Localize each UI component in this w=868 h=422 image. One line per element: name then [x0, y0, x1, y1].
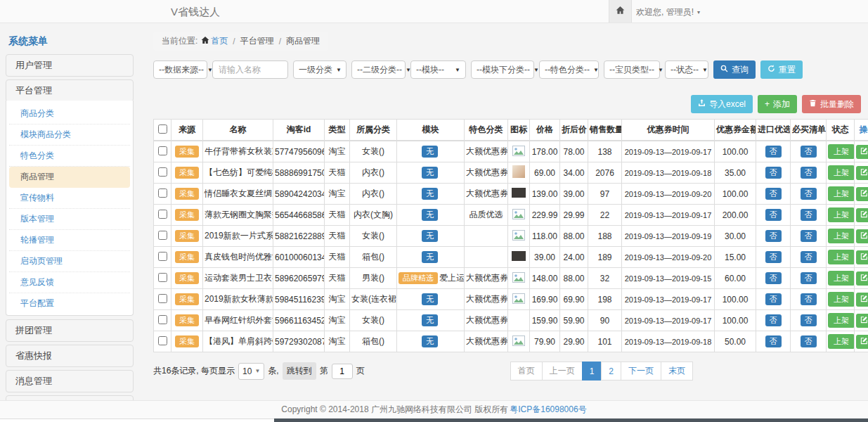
import-toggle-badge[interactable]: 否	[765, 209, 782, 222]
must-buy-toggle-badge[interactable]: 否	[801, 188, 817, 200]
row-checkbox[interactable]	[158, 146, 167, 155]
sidebar-section-express[interactable]: 省惠快报	[6, 345, 134, 367]
sidebar-item-goods-category[interactable]: 商品分类	[9, 103, 130, 124]
sidebar-item-goods-management[interactable]: 商品管理	[9, 167, 130, 188]
sidebar-item-splash-management[interactable]: 启动页管理	[9, 251, 130, 272]
status-button[interactable]: 上架	[828, 229, 855, 243]
page-2-button[interactable]: 2	[601, 362, 621, 381]
icp-link[interactable]: 粤ICP备16098006号	[510, 404, 586, 416]
status-button[interactable]: 上架	[828, 271, 855, 286]
row-checkbox[interactable]	[158, 231, 167, 240]
module-sub-select[interactable]: --模块下分类--▼	[471, 60, 534, 79]
must-buy-toggle-badge[interactable]: 否	[801, 335, 817, 348]
status-button[interactable]: 上架	[828, 165, 855, 180]
must-buy-toggle-badge[interactable]: 否	[801, 251, 817, 264]
edit-button[interactable]	[856, 208, 868, 222]
must-buy-toggle-badge[interactable]: 否	[801, 146, 817, 158]
import-toggle-badge[interactable]: 否	[765, 314, 782, 327]
home-shortcut-button[interactable]	[609, 0, 632, 23]
sidebar-item-module-goods-category[interactable]: 模块商品分类	[9, 124, 130, 146]
import-toggle-badge[interactable]: 否	[765, 293, 782, 306]
sidebar-item-version-management[interactable]: 版本管理	[9, 209, 130, 230]
sidebar-item-feature-category[interactable]: 特色分类	[9, 146, 130, 167]
status-button[interactable]: 上架	[828, 334, 855, 349]
import-toggle-badge[interactable]: 否	[765, 167, 782, 179]
import-excel-button[interactable]: 导入excel	[691, 95, 753, 113]
edit-button[interactable]	[856, 335, 868, 349]
query-button[interactable]: 查询	[713, 60, 756, 79]
edit-button[interactable]	[856, 229, 868, 243]
status-button[interactable]: 上架	[828, 313, 855, 328]
row-checkbox[interactable]	[158, 188, 167, 198]
module-badge[interactable]: 无	[422, 188, 438, 200]
edit-button[interactable]	[856, 293, 868, 307]
page-1-button[interactable]: 1	[582, 362, 602, 381]
import-toggle-badge[interactable]: 否	[765, 230, 782, 243]
category1-select[interactable]: 一级分类▼	[293, 60, 346, 79]
last-page-button[interactable]: 末页	[661, 362, 693, 381]
sidebar-item-carousel-management[interactable]: 轮播管理	[9, 230, 130, 251]
status-button[interactable]: 上架	[828, 207, 855, 222]
first-page-button[interactable]: 首页	[510, 362, 543, 381]
batch-delete-button[interactable]: 批量删除	[802, 95, 861, 113]
module-badge[interactable]: 无	[422, 335, 438, 348]
sidebar-section-user[interactable]: 用户管理	[6, 54, 134, 77]
module-select[interactable]: --模块--▼	[410, 60, 466, 79]
import-toggle-badge[interactable]: 否	[765, 335, 782, 348]
module-badge[interactable]: 无	[422, 230, 438, 243]
next-page-button[interactable]: 下一页	[621, 362, 661, 381]
status-button[interactable]: 上架	[828, 144, 855, 159]
row-checkbox[interactable]	[158, 167, 167, 177]
feature-category-select[interactable]: --特色分类--▼	[539, 60, 599, 79]
select-all-checkbox[interactable]	[158, 124, 167, 134]
import-toggle-badge[interactable]: 否	[765, 272, 782, 285]
edit-button[interactable]	[856, 166, 868, 180]
status-select[interactable]: --状态--▼	[665, 60, 708, 79]
breadcrumb-home-link[interactable]: 首页	[201, 35, 228, 47]
must-buy-toggle-badge[interactable]: 否	[801, 167, 817, 179]
import-toggle-badge[interactable]: 否	[765, 188, 782, 200]
row-checkbox[interactable]	[158, 252, 167, 261]
row-checkbox[interactable]	[158, 210, 167, 219]
row-checkbox[interactable]	[158, 294, 167, 303]
reset-button[interactable]: 重置	[760, 60, 803, 79]
must-buy-toggle-badge[interactable]: 否	[801, 272, 817, 285]
must-buy-toggle-badge[interactable]: 否	[801, 230, 817, 243]
must-buy-toggle-badge[interactable]: 否	[801, 209, 817, 222]
status-button[interactable]: 上架	[828, 250, 855, 264]
prev-page-button[interactable]: 上一页	[542, 362, 583, 381]
sidebar-item-feedback[interactable]: 意见反馈	[9, 272, 130, 293]
sidebar-item-platform-config[interactable]: 平台配置	[9, 293, 130, 314]
per-page-select[interactable]: 10▼	[238, 363, 264, 380]
sidebar-section-platform[interactable]: 平台管理	[6, 79, 134, 102]
module-badge[interactable]: 无	[422, 146, 438, 158]
module-badge[interactable]: 无	[422, 293, 438, 306]
edit-button[interactable]	[856, 145, 868, 159]
page-number-input[interactable]	[332, 364, 353, 379]
module-badge[interactable]: 品牌精选	[399, 272, 438, 285]
item-type-select[interactable]: --宝贝类型--▼	[604, 60, 660, 79]
name-search-input[interactable]	[212, 60, 288, 79]
jump-button[interactable]: 跳转到	[283, 362, 316, 380]
add-button[interactable]: + 添加	[758, 95, 797, 113]
edit-button[interactable]	[856, 187, 868, 201]
category2-select[interactable]: --二级分类--▼	[351, 60, 406, 79]
import-toggle-badge[interactable]: 否	[765, 146, 782, 158]
status-button[interactable]: 上架	[828, 292, 855, 307]
must-buy-toggle-badge[interactable]: 否	[801, 293, 817, 306]
edit-button[interactable]	[856, 271, 868, 286]
sidebar-section-groupbuy[interactable]: 拼团管理	[6, 319, 134, 342]
data-source-select[interactable]: --数据来源--▼	[153, 60, 207, 79]
row-checkbox[interactable]	[158, 336, 167, 345]
edit-button[interactable]	[856, 250, 868, 264]
row-checkbox[interactable]	[158, 315, 167, 324]
edit-button[interactable]	[856, 314, 868, 328]
sidebar-section-message[interactable]: 消息管理	[6, 370, 134, 392]
module-badge[interactable]: 无	[422, 314, 438, 327]
row-checkbox[interactable]	[158, 273, 167, 282]
sidebar-item-promo-material[interactable]: 宣传物料	[9, 188, 130, 209]
module-badge[interactable]: 无	[422, 209, 438, 222]
module-badge[interactable]: 无	[422, 251, 438, 264]
import-toggle-badge[interactable]: 否	[765, 251, 782, 264]
module-badge[interactable]: 无	[422, 167, 438, 179]
